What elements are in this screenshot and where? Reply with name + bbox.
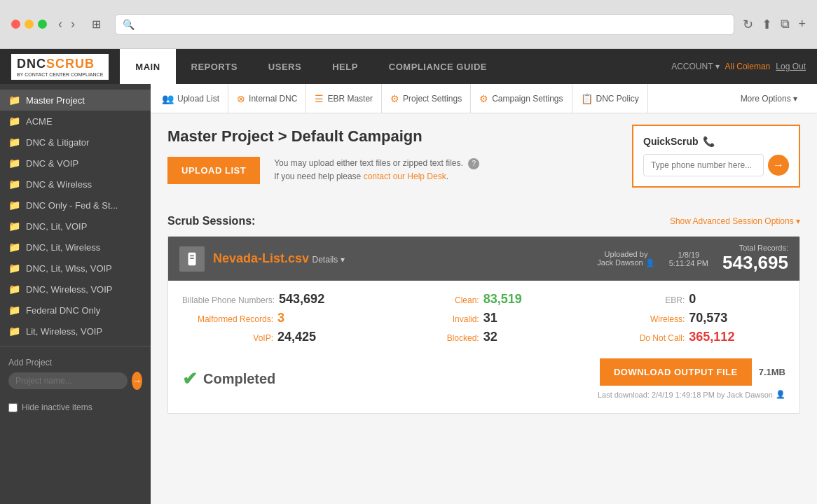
sidebar-item-lit-wireless-voip[interactable]: 📁 Lit, Wireless, VOIP	[0, 321, 151, 342]
sidebar-item-dnc-litigator[interactable]: 📁 DNC & Litigator	[0, 132, 151, 153]
folder-icon: 📁	[8, 284, 20, 295]
session-filename: Nevada-List.csv	[213, 251, 309, 265]
last-download-text: Last download: 2/4/19 1:49:18 PM by Jack…	[598, 391, 773, 399]
sub-nav-internal-dnc[interactable]: ⊗ Internal DNC	[228, 84, 306, 113]
sidebar-item-label: DNC, Lit, VOIP	[26, 221, 87, 232]
upload-hint: You may upload either text files or zipp…	[274, 157, 479, 183]
wireless-label: Wireless:	[593, 314, 685, 324]
sidebar-item-label: DNC & Litigator	[26, 137, 89, 148]
session-body: Billable Phone Numbers: 543,692 Malforme…	[168, 281, 799, 413]
stat-wireless: Wireless: 70,573	[593, 311, 785, 326]
add-project-input[interactable]	[8, 372, 128, 389]
tab-reports[interactable]: REPORTS	[176, 49, 253, 84]
session-card: Nevada-List.csv Details ▾ Uploaded by Ja…	[167, 236, 800, 414]
sub-nav-more-options-label: More Options ▾	[741, 94, 797, 104]
traffic-lights	[11, 20, 47, 29]
download-section: DOWNLOAD OUTPUT FILE 7.1MB Last download…	[598, 358, 785, 399]
sub-nav-project-settings[interactable]: ⚙ Project Settings	[382, 84, 471, 113]
sidebar-item-dnc-lit-wireless[interactable]: 📁 DNC, Lit, Wireless	[0, 237, 151, 258]
quickscrub-input[interactable]	[643, 154, 764, 176]
page-content: Master Project > Default Campaign UPLOAD…	[151, 113, 817, 504]
sidebar-item-label: DNC & Wireless	[26, 179, 92, 190]
quickscrub-go-button[interactable]: →	[768, 155, 789, 176]
billable-label: Billable Phone Numbers:	[182, 295, 275, 305]
view-button[interactable]: ⊞	[86, 15, 107, 34]
account-dropdown[interactable]: ACCOUNT ▾	[671, 62, 719, 71]
minimize-button[interactable]	[25, 20, 34, 29]
sub-nav-more-options[interactable]: More Options ▾	[732, 84, 806, 113]
last-download-info: Last download: 2/4/19 1:49:18 PM by Jack…	[598, 390, 785, 399]
wireless-value: 70,573	[689, 311, 727, 326]
add-project-section: Add Project →	[0, 351, 151, 397]
logout-button[interactable]: Log Out	[776, 62, 806, 71]
sidebar-item-acme[interactable]: 📁 ACME	[0, 111, 151, 132]
quickscrub-input-row: →	[643, 154, 789, 176]
new-tab-button[interactable]: +	[798, 17, 806, 31]
session-header: Nevada-List.csv Details ▾ Uploaded by Ja…	[168, 237, 799, 281]
sub-nav-dnc-policy[interactable]: 📋 DNC Policy	[572, 84, 648, 113]
download-row: DOWNLOAD OUTPUT FILE 7.1MB	[600, 358, 785, 386]
project-settings-icon: ⚙	[390, 93, 399, 104]
sub-nav-campaign-settings[interactable]: ⚙ Campaign Settings	[471, 84, 572, 113]
help-desk-link[interactable]: contact our Help Desk	[364, 172, 446, 181]
reload-button[interactable]: ↻	[743, 17, 753, 32]
tab-users[interactable]: USERS	[253, 49, 317, 84]
back-button[interactable]: ‹	[55, 14, 65, 34]
add-project-button[interactable]: →	[132, 372, 142, 390]
sidebar-item-label: DNC, Wireless, VOIP	[26, 284, 113, 295]
forward-button[interactable]: ›	[68, 14, 78, 34]
sidebar-item-label: ACME	[26, 116, 53, 127]
sidebar-item-label: DNC, Lit, Wlss, VOIP	[26, 263, 112, 274]
upload-list-button[interactable]: UPLOAD LIST	[167, 157, 260, 184]
folder-icon: 📁	[8, 94, 20, 106]
sidebar-item-master-project[interactable]: 📁 Master Project	[0, 90, 151, 111]
address-bar[interactable]: 🔍	[115, 14, 734, 35]
sidebar-item-dnc-lit-voip[interactable]: 📁 DNC, Lit, VOIP	[0, 216, 151, 237]
sidebar-item-federal-dnc[interactable]: 📁 Federal DNC Only	[0, 300, 151, 321]
sidebar-item-dnc-fed-st[interactable]: 📁 DNC Only - Fed & St...	[0, 195, 151, 216]
stats-col-3: EBR: 0 Wireless: 70,573 Do Not Call: 365…	[593, 292, 785, 344]
help-question-icon: ?	[468, 158, 479, 169]
tab-main[interactable]: MAIN	[120, 49, 175, 84]
browser-chrome: ‹ › ⊞ 🔍 ↻ ⬆ ⧉ +	[0, 0, 817, 49]
top-nav: DNC SCRUB BY CONTACT CENTER COMPLIANCE M…	[0, 49, 817, 84]
stat-clean: Clean: 83,519	[388, 292, 580, 307]
sub-nav-internal-dnc-label: Internal DNC	[249, 94, 297, 104]
quickscrub-panel: QuickScrub 📞 →	[632, 125, 800, 188]
username: Ali Coleman	[725, 62, 771, 71]
stat-ebr: EBR: 0	[593, 292, 785, 307]
tab-compliance[interactable]: COMPLIANCE GUIDE	[373, 49, 502, 84]
hide-inactive-checkbox[interactable]	[8, 403, 18, 412]
download-output-file-button[interactable]: DOWNLOAD OUTPUT FILE	[600, 358, 752, 386]
maximize-button[interactable]	[38, 20, 47, 29]
sidebar-item-dnc-wireless[interactable]: 📁 DNC & Wireless	[0, 174, 151, 195]
show-advanced-button[interactable]: Show Advanced Session Options ▾	[670, 216, 800, 226]
scrub-sessions-header: Scrub Sessions: Show Advanced Session Op…	[167, 215, 800, 227]
uploaded-by-name: Jack Dawson	[597, 258, 643, 267]
nav-buttons: ‹ ›	[55, 14, 78, 34]
folder-icon: 📁	[8, 241, 20, 253]
tabs-button[interactable]: ⧉	[781, 17, 790, 31]
stat-billable: Billable Phone Numbers: 543,692	[182, 292, 374, 307]
completed-badge: ✔ Completed	[182, 368, 275, 390]
sub-nav-ebr-master[interactable]: ☰ EBR Master	[306, 84, 382, 113]
close-button[interactable]	[11, 20, 20, 29]
session-details-link[interactable]: Details ▾	[313, 255, 345, 265]
page-title: Master Project > Default Campaign	[167, 127, 479, 146]
do-not-call-value: 365,112	[689, 330, 734, 344]
logo: DNC SCRUB BY CONTACT CENTER COMPLIANCE	[11, 54, 109, 80]
sidebar-item-dnc-voip[interactable]: 📁 DNC & VOIP	[0, 153, 151, 174]
sub-nav-upload-list[interactable]: 👥 Upload List	[162, 84, 228, 113]
hide-inactive-label: Hide inactive items	[22, 402, 92, 412]
share-button[interactable]: ⬆	[762, 17, 772, 32]
person-download-icon: 👤	[776, 390, 785, 399]
tab-help[interactable]: HELP	[317, 49, 373, 84]
upload-hint-line2: If you need help please	[274, 172, 361, 181]
hide-inactive-row: Hide inactive items	[0, 397, 151, 418]
dnc-policy-icon: 📋	[581, 93, 593, 104]
sidebar-item-dnc-wireless-voip[interactable]: 📁 DNC, Wireless, VOIP	[0, 279, 151, 300]
sidebar-item-dnc-lit-wlss-voip[interactable]: 📁 DNC, Lit, Wlss, VOIP	[0, 258, 151, 279]
sidebar: 📁 Master Project 📁 ACME 📁 DNC & Litigato…	[0, 84, 151, 504]
session-total-value: 543,695	[722, 252, 788, 274]
do-not-call-label: Do Not Call:	[593, 333, 685, 343]
